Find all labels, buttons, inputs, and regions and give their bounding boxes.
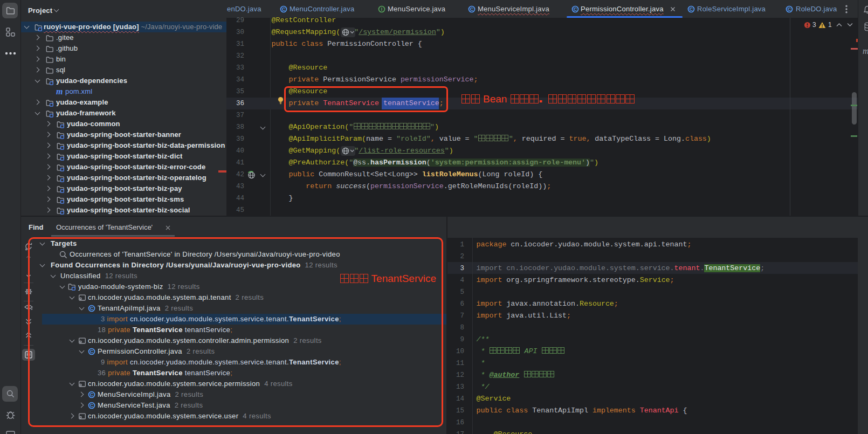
- svg-text:m: m: [56, 87, 63, 96]
